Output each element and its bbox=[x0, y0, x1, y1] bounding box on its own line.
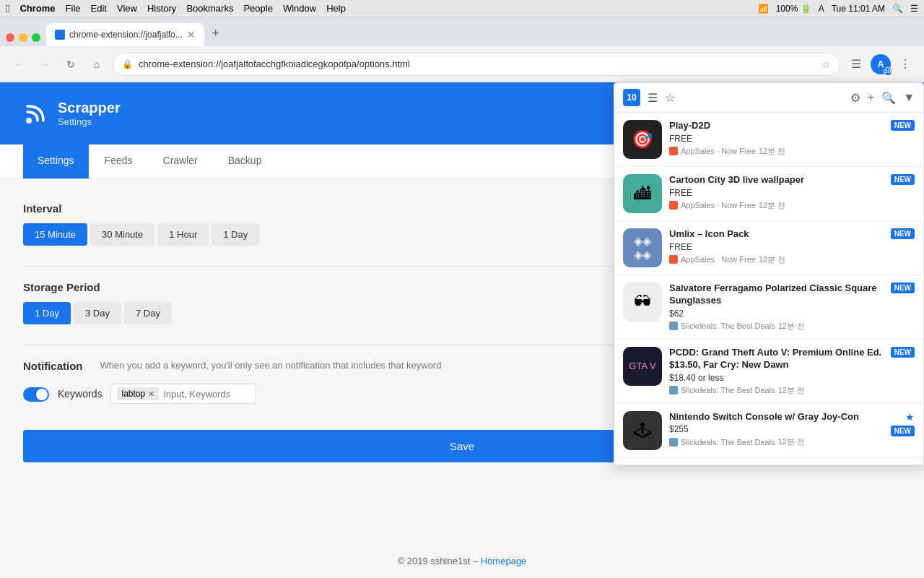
item-source: AppSales · Now Free 12분 전 bbox=[669, 146, 884, 157]
item-thumbnail: 🏙 bbox=[623, 174, 662, 213]
list-item[interactable]: TF2 Titanfall 2 + Nitro Scorch Pack DLC … bbox=[614, 458, 923, 465]
profile-initial: A bbox=[878, 59, 884, 69]
list-item[interactable]: ◈◈◈◈ Umlix – Icon Pack FREE AppSales · N… bbox=[614, 221, 923, 275]
back-btn[interactable]: ← bbox=[9, 54, 29, 74]
tab-backup[interactable]: Backup bbox=[214, 144, 276, 178]
source-icon bbox=[669, 201, 678, 210]
new-tab-btn[interactable]: + bbox=[207, 25, 225, 42]
item-right: NEW bbox=[891, 347, 915, 358]
keyword-input-area[interactable]: labtop ✕ bbox=[110, 384, 256, 404]
new-badge: NEW bbox=[891, 228, 915, 239]
menu-people[interactable]: People bbox=[243, 3, 272, 14]
tab-close-btn[interactable]: ✕ bbox=[187, 29, 196, 40]
source-label: Slickdeals: The Best Deals bbox=[681, 322, 775, 330]
list-item[interactable]: 🏙 Cartoon City 3D live wallpaper FREE Ap… bbox=[614, 167, 923, 221]
menu-edit[interactable]: Edit bbox=[91, 3, 107, 14]
profile-badge: 10 bbox=[884, 67, 892, 76]
list-item[interactable]: 🕶 Salvatore Ferragamo Polarized Classic … bbox=[614, 275, 923, 340]
tab-feeds[interactable]: Feeds bbox=[90, 144, 147, 178]
item-source: AppSales · Now Free 12분 전 bbox=[669, 200, 884, 211]
homepage-link[interactable]: Homepage bbox=[481, 556, 527, 566]
close-window-btn[interactable] bbox=[6, 33, 14, 42]
forward-btn[interactable]: → bbox=[35, 54, 55, 74]
menu-history[interactable]: History bbox=[147, 3, 176, 14]
reload-btn[interactable]: ↻ bbox=[61, 54, 81, 74]
chip-label: labtop bbox=[121, 389, 145, 399]
popup-panel: 10 ☰ ☆ ⚙ + 🔍 ▼ 🎯 Play-D2D FREE bbox=[614, 82, 924, 465]
list-item[interactable]: 🕹 Nintendo Switch Console w/ Gray Joy-Co… bbox=[614, 404, 923, 458]
menu-bar:  Chrome File Edit View History Bookmark… bbox=[0, 0, 924, 17]
item-content: Cartoon City 3D live wallpaper FREE AppS… bbox=[669, 174, 884, 211]
list-item[interactable]: 🎯 Play-D2D FREE AppSales · Now Free 12분 … bbox=[614, 113, 923, 167]
list-item[interactable]: GTA V PCDD: Grand Theft Auto V: Premium … bbox=[614, 340, 923, 404]
star-filter-icon[interactable]: ☆ bbox=[665, 91, 675, 105]
popup-count: 10 bbox=[623, 89, 640, 106]
bookmark-star-icon[interactable]: ☆ bbox=[821, 59, 831, 70]
menu-window[interactable]: Window bbox=[283, 3, 316, 14]
menu-help[interactable]: Help bbox=[326, 3, 346, 14]
interval-1day[interactable]: 1 Day bbox=[212, 223, 259, 246]
tab-settings[interactable]: Settings bbox=[23, 144, 89, 178]
popup-header-right: ⚙ + 🔍 ▼ bbox=[850, 91, 915, 105]
menu-chrome[interactable]: Chrome bbox=[19, 3, 55, 14]
keyword-text-input[interactable] bbox=[163, 389, 250, 400]
settings-icon[interactable]: ⚙ bbox=[850, 91, 860, 105]
search-icon[interactable]: 🔍 bbox=[892, 4, 903, 14]
chrome-menu-btn[interactable]: ⋮ bbox=[895, 54, 915, 74]
storage-3day[interactable]: 3 Day bbox=[74, 302, 121, 324]
item-time: 12분 전 bbox=[759, 254, 785, 265]
dropdown-icon[interactable]: ▼ bbox=[903, 91, 915, 104]
interval-1hour[interactable]: 1 Hour bbox=[157, 223, 209, 246]
item-title: Play-D2D bbox=[669, 120, 884, 132]
source-label: Slickdeals: The Best Deals bbox=[681, 438, 775, 447]
item-right: NEW bbox=[891, 174, 915, 185]
header-text: Scrapper Settings bbox=[58, 100, 121, 127]
popup-header: 10 ☰ ☆ ⚙ + 🔍 ▼ bbox=[614, 83, 923, 113]
chip-remove-btn[interactable]: ✕ bbox=[148, 389, 154, 399]
item-source: Slickdeals: The Best Deals 12분 전 bbox=[669, 321, 884, 332]
list-view-icon[interactable]: ☰ bbox=[648, 91, 658, 105]
source-icon bbox=[669, 255, 678, 264]
interval-15min[interactable]: 15 Minute bbox=[23, 223, 87, 246]
notification-label: Notification bbox=[23, 360, 83, 372]
search-popup-icon[interactable]: 🔍 bbox=[881, 91, 896, 105]
item-title: PCDD: Grand Theft Auto V: Premium Online… bbox=[669, 347, 884, 371]
notification-toggle[interactable] bbox=[23, 387, 49, 402]
tab-crawler[interactable]: Crawler bbox=[149, 144, 212, 178]
new-badge: NEW bbox=[891, 174, 915, 185]
menu-view[interactable]: View bbox=[117, 3, 137, 14]
source-label: AppSales · Now Free bbox=[681, 201, 756, 210]
storage-7day[interactable]: 7 Day bbox=[124, 302, 172, 324]
address-bar-actions: ☰ A 10 ⋮ bbox=[846, 54, 915, 74]
interval-30min[interactable]: 30 Minute bbox=[90, 223, 154, 246]
home-btn[interactable]: ⌂ bbox=[87, 54, 107, 74]
item-thumbnail: ◈◈◈◈ bbox=[623, 228, 662, 267]
item-price: FREE bbox=[669, 188, 884, 198]
item-source: AppSales · Now Free 12분 전 bbox=[669, 254, 884, 265]
lock-icon: 🔒 bbox=[122, 59, 133, 69]
item-source: Slickdeals: The Best Deals 12분 전 bbox=[669, 385, 884, 396]
profile-btn[interactable]: A 10 bbox=[871, 54, 891, 74]
add-feed-icon[interactable]: + bbox=[868, 91, 874, 104]
item-price: $18.40 or less bbox=[669, 373, 884, 383]
menu-bar-left:  Chrome File Edit View History Bookmark… bbox=[6, 2, 346, 14]
storage-1day[interactable]: 1 Day bbox=[23, 302, 71, 324]
source-label: AppSales · Now Free bbox=[681, 147, 756, 155]
item-title: Nintendo Switch Console w/ Gray Joy-Con bbox=[669, 411, 884, 423]
menu-bookmarks[interactable]: Bookmarks bbox=[186, 3, 233, 14]
apple-menu[interactable]:  bbox=[6, 2, 9, 14]
control-center-icon[interactable]: ☰ bbox=[910, 4, 918, 14]
app-name: Scrapper bbox=[58, 100, 121, 116]
page-footer: © 2019 sshine1st – Homepage bbox=[0, 544, 924, 578]
maximize-window-btn[interactable] bbox=[32, 33, 40, 42]
minimize-window-btn[interactable] bbox=[19, 33, 27, 42]
source-label: AppSales · Now Free bbox=[681, 255, 756, 264]
item-right: NEW bbox=[891, 282, 915, 293]
omnibox[interactable]: 🔒 chrome-extension://joafjalfofacchgfkoi… bbox=[113, 53, 840, 76]
popup-list: 🎯 Play-D2D FREE AppSales · Now Free 12분 … bbox=[614, 113, 923, 465]
menu-file[interactable]: File bbox=[66, 3, 81, 14]
extensions-btn[interactable]: ☰ bbox=[846, 54, 866, 74]
item-content: Play-D2D FREE AppSales · Now Free 12분 전 bbox=[669, 120, 884, 157]
browser-tab[interactable]: chrome-extension://joafjalfo... ✕ bbox=[46, 23, 204, 46]
app-subtitle: Settings bbox=[58, 116, 121, 127]
